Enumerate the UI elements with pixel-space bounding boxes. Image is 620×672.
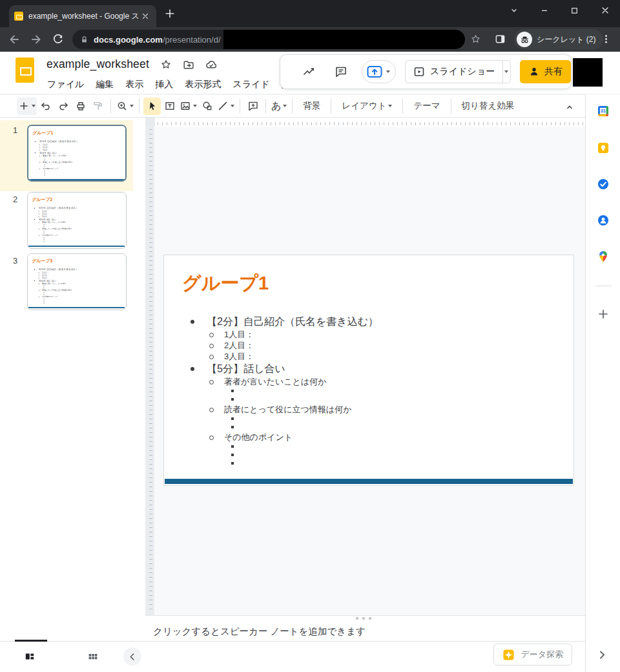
slideshow-button-group: スライドショー bbox=[405, 60, 511, 83]
new-tab-button[interactable] bbox=[164, 8, 177, 21]
chevron-down-icon bbox=[386, 70, 390, 73]
filmstrip-view-button[interactable] bbox=[21, 647, 39, 666]
slide-thumbnail-1[interactable]: グループ1 【2分】自己紹介（氏名を書き込む）1人目：2人目：3人目：【5分】話… bbox=[27, 125, 127, 182]
transition-button[interactable]: 切り替え効果 bbox=[455, 98, 521, 115]
theme-button[interactable]: テーマ bbox=[407, 98, 446, 115]
slide-thumbnail-3[interactable]: グループ3 【2分】自己紹介（氏名を書き込む）1人目：2人目：3人目：【5分】話… bbox=[27, 253, 127, 310]
slides-logo-icon[interactable] bbox=[16, 58, 34, 83]
slide-body-text[interactable]: 【2分】自己紹介（氏名を書き込む）1人目：2人目：3人目：【5分】話し合い著者が… bbox=[164, 315, 568, 468]
star-icon[interactable] bbox=[160, 59, 172, 70]
cloud-saved-icon[interactable] bbox=[205, 59, 217, 70]
bookmark-star-icon[interactable] bbox=[470, 34, 481, 45]
mini-slide-title: グループ3 bbox=[32, 258, 53, 264]
menu-item[interactable]: ファイル bbox=[41, 78, 90, 92]
maps-icon[interactable] bbox=[597, 250, 610, 263]
slide-canvas: グループ1 【2分】自己紹介（氏名を書き込む）1人目：2人目：3人目：【5分】話… bbox=[145, 118, 585, 615]
select-tool-button[interactable] bbox=[143, 98, 161, 115]
bullet-item: 【2分】自己紹介（氏名を書き込む） bbox=[164, 315, 568, 329]
toolbar-divider bbox=[451, 99, 451, 113]
side-panel-divider bbox=[595, 286, 612, 286]
slideshow-button[interactable]: スライドショー bbox=[406, 61, 502, 83]
insert-line-button[interactable] bbox=[216, 98, 236, 115]
slide-title[interactable]: グループ1 bbox=[182, 271, 269, 297]
url-path: /presentation/d/ bbox=[163, 35, 221, 45]
slide-editor[interactable]: グループ1 【2分】自己紹介（氏名を書き込む）1人目：2人目：3人目：【5分】話… bbox=[163, 255, 574, 486]
menu-item[interactable]: 編集 bbox=[90, 78, 119, 92]
speaker-notes-bar: クリックするとスピーカー ノートを追加できます bbox=[145, 615, 585, 641]
browser-menu-icon[interactable] bbox=[601, 34, 612, 45]
slide-thumbnail-2[interactable]: グループ2 【2分】自己紹介（氏名を書き込む）1人目：2人目：3人目：【5分】話… bbox=[27, 192, 127, 249]
explore-button[interactable]: データ探索 bbox=[493, 644, 572, 666]
menu-item[interactable]: 表示形式 bbox=[179, 78, 227, 92]
maximize-button[interactable] bbox=[559, 0, 590, 21]
comment-icon[interactable] bbox=[335, 65, 347, 78]
address-bar[interactable]: docs.google.com/presentation/d/ bbox=[72, 30, 465, 49]
move-to-folder-icon[interactable] bbox=[183, 59, 194, 70]
menu-item[interactable]: スライド bbox=[227, 78, 275, 92]
toolbar-divider bbox=[402, 99, 403, 113]
google-side-panel: 31 bbox=[585, 94, 620, 672]
incognito-label: シークレット (2) bbox=[537, 34, 595, 45]
header-actions-panel: スライドショー 共有 bbox=[280, 54, 572, 89]
contacts-icon[interactable] bbox=[597, 214, 610, 227]
url-redacted-block bbox=[223, 30, 465, 49]
present-to-meeting-button[interactable] bbox=[362, 60, 396, 83]
text-box-button[interactable] bbox=[161, 98, 178, 115]
browser-tab[interactable]: example_worksheet - Google スラ bbox=[9, 5, 156, 27]
new-slide-button[interactable] bbox=[17, 98, 37, 115]
collapse-toolbar-button[interactable] bbox=[561, 98, 578, 116]
forward-button[interactable] bbox=[30, 33, 44, 47]
expand-side-panel-button[interactable] bbox=[596, 649, 610, 663]
bullet-item bbox=[164, 415, 568, 423]
minimize-button[interactable] bbox=[529, 0, 559, 21]
activity-icon[interactable] bbox=[302, 65, 315, 78]
print-button[interactable] bbox=[72, 98, 89, 115]
mini-bullet-item bbox=[28, 174, 124, 176]
calendar-icon[interactable]: 31 bbox=[597, 105, 610, 118]
bullet-item bbox=[164, 423, 568, 432]
add-comment-button[interactable] bbox=[244, 98, 262, 115]
close-window-button[interactable] bbox=[590, 0, 620, 21]
tasks-icon[interactable] bbox=[597, 178, 610, 191]
bullet-item bbox=[164, 443, 568, 451]
zoom-button[interactable] bbox=[115, 98, 135, 115]
collapse-filmstrip-button[interactable] bbox=[123, 647, 141, 666]
redo-button[interactable] bbox=[54, 98, 72, 115]
document-title[interactable]: example_worksheet bbox=[46, 58, 149, 71]
grid-view-button[interactable] bbox=[84, 647, 102, 666]
bullet-item: その他のポイント bbox=[164, 432, 568, 443]
get-addons-button[interactable] bbox=[597, 308, 610, 320]
speaker-notes-placeholder[interactable]: クリックするとスピーカー ノートを追加できます bbox=[153, 625, 366, 638]
background-button[interactable]: 背景 bbox=[296, 98, 327, 115]
menu-bar: ファイル編集表示挿入表示形式スライド配置 bbox=[41, 78, 305, 92]
notes-resize-handle[interactable] bbox=[356, 617, 371, 620]
paint-format-button[interactable] bbox=[89, 98, 107, 115]
bottom-bar: データ探索 bbox=[0, 641, 585, 672]
slide-filmstrip: 1 グループ1 【2分】自己紹介（氏名を書き込む）1人目：2人目：3人目：【5分… bbox=[0, 118, 145, 641]
undo-button[interactable] bbox=[37, 98, 54, 115]
account-avatar[interactable] bbox=[573, 58, 603, 87]
share-button[interactable]: 共有 bbox=[520, 60, 571, 83]
insert-image-button[interactable] bbox=[178, 98, 198, 115]
furigana-button[interactable]: あ bbox=[270, 98, 288, 115]
layout-button[interactable]: レイアウト bbox=[335, 98, 398, 115]
slide-number: 3 bbox=[13, 256, 17, 266]
slide-thumbnail-row: 2 グループ2 【2分】自己紹介（氏名を書き込む）1人目：2人目：3人目：【5分… bbox=[0, 189, 133, 253]
insert-shape-button[interactable] bbox=[198, 98, 216, 115]
slideshow-dropdown-button[interactable] bbox=[502, 61, 510, 83]
tab-close-icon[interactable] bbox=[140, 10, 151, 22]
toolbar-divider bbox=[265, 99, 266, 113]
chevron-down-icon[interactable] bbox=[499, 0, 529, 21]
bullet-item: 著者が言いたいことは何か bbox=[164, 376, 568, 387]
back-button[interactable] bbox=[8, 33, 22, 47]
layout-label: レイアウト bbox=[342, 100, 386, 112]
reload-button[interactable] bbox=[52, 33, 66, 47]
bullet-item: 【5分】話し合い bbox=[164, 362, 568, 376]
keep-icon[interactable] bbox=[597, 142, 610, 154]
slide-number: 2 bbox=[13, 194, 17, 204]
side-panel-icon[interactable] bbox=[495, 34, 506, 45]
menu-item[interactable]: 表示 bbox=[119, 78, 149, 92]
incognito-badge[interactable]: シークレット (2) bbox=[514, 29, 603, 50]
menu-item[interactable]: 挿入 bbox=[149, 78, 179, 92]
mini-slide-accent-bar bbox=[28, 246, 125, 247]
